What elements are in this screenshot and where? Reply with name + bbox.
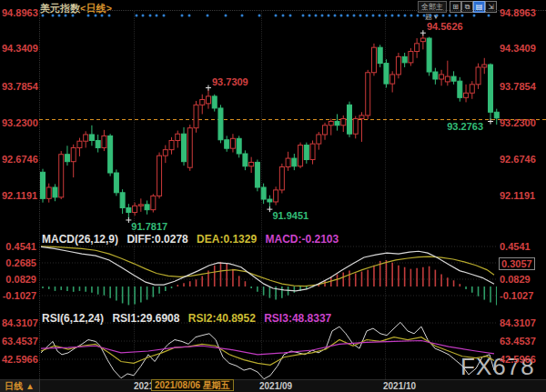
candle-body [212, 96, 217, 108]
candle-body [384, 64, 389, 84]
candle-body [194, 105, 198, 127]
axis-tick-label: 92.6746 [2, 155, 36, 165]
event-dot [353, 15, 356, 17]
price-annotation: 93.7309 [212, 76, 248, 87]
macd-chart[interactable] [39, 241, 497, 309]
axis-tick-label: 63.4537 [500, 337, 536, 347]
candle-body [243, 154, 248, 166]
axis-tick-label: 93.2300 [500, 118, 536, 128]
event-dot [289, 15, 292, 17]
candle-body [145, 205, 149, 210]
candle-body [163, 150, 167, 156]
axis-tick-label: 94.3409 [2, 44, 36, 54]
event-dot [328, 15, 330, 17]
axis-tick-label: 94.3409 [500, 44, 536, 54]
candle-body [206, 96, 210, 104]
event-dot [473, 15, 476, 17]
event-dot [449, 15, 451, 17]
event-dot [163, 15, 166, 17]
candle-body [298, 146, 303, 166]
price-annotation: 91.7817 [131, 221, 167, 232]
axis-tick-label: -0.1027 [2, 291, 36, 301]
chart-application: 美元指数<日线> 全部主题▼ ⊞ ⧉ ▤ ⇲ 91.781793.730991.… [0, 0, 546, 392]
event-dot [398, 15, 400, 17]
event-dot [488, 15, 490, 17]
axis-tick-label: 0.4541 [2, 242, 36, 252]
candle-body [114, 173, 118, 193]
event-dot [379, 15, 381, 17]
event-dot [423, 15, 426, 17]
axis-tick-label: 84.3107 [2, 318, 36, 328]
axis-tick-label: 93.2300 [2, 118, 36, 128]
candle-body [323, 126, 328, 135]
event-dot [181, 15, 184, 17]
period-tab-daily[interactable]: 日线 ▲ [0, 380, 40, 392]
rsi-chart[interactable] [39, 318, 497, 380]
candle-body [286, 158, 290, 166]
candle-body [225, 140, 229, 148]
price-annotation: 93.2763 [447, 121, 483, 132]
candle-body [102, 136, 106, 147]
event-dot [136, 15, 138, 17]
event-dot [385, 15, 388, 17]
event-dot [275, 15, 278, 17]
candle-body [237, 138, 241, 154]
time-tick-oct: 2021/10 [383, 381, 416, 391]
candle-body [310, 144, 315, 159]
time-tick-sep: 2021/09 [259, 381, 292, 391]
event-dot [372, 15, 375, 17]
axis-tick-label: 63.4537 [2, 337, 36, 347]
candle-body [317, 135, 321, 144]
event-dot [52, 15, 55, 17]
candle-body [470, 85, 474, 93]
event-dot [461, 15, 464, 17]
event-dot [321, 15, 324, 17]
event-dot [334, 15, 337, 17]
event-dot [315, 15, 318, 17]
axis-tick-label: 0.4541 [500, 242, 531, 252]
candle-body [464, 93, 469, 97]
event-dot [207, 15, 209, 17]
candle-body [433, 72, 438, 79]
candle-body [138, 205, 143, 206]
event-dot [430, 15, 432, 17]
event-dot [347, 15, 349, 17]
candle-body [96, 140, 100, 147]
crosshair-date-label: 2021/08/06 星期五 [151, 379, 234, 391]
candle-body [84, 135, 88, 141]
candle-body [77, 141, 82, 147]
candle-body [390, 75, 395, 84]
candle-body [341, 119, 346, 126]
candle-body [268, 199, 272, 202]
candle-body [489, 65, 493, 112]
event-dot [156, 15, 158, 17]
candle-body [396, 56, 400, 75]
event-dot [366, 15, 369, 17]
event-dot [359, 15, 362, 17]
event-dot [42, 15, 45, 17]
candle-body [59, 155, 64, 197]
candle-body [230, 138, 235, 148]
axis-tick-label: -0.1027 [500, 291, 533, 301]
candle-body [274, 190, 278, 202]
candle-body [415, 44, 420, 52]
candlestick-chart[interactable]: 91.781793.730991.945194.562693.2763 [39, 8, 546, 232]
candle-body [348, 105, 352, 134]
candle-body [402, 56, 407, 63]
axis-tick-label: 0.2685 [2, 258, 36, 268]
event-dot [188, 15, 191, 17]
event-dot [417, 15, 420, 17]
candle-body [71, 147, 76, 161]
candle-body [53, 187, 57, 197]
candle-body [249, 162, 254, 166]
candle-body [46, 187, 51, 198]
candle-body [420, 38, 425, 42]
event-dot [391, 15, 394, 17]
macd-crosshair-value: 0.3057 [499, 257, 535, 270]
event-dot [101, 15, 104, 17]
axis-tick-label: 0.0829 [500, 275, 531, 285]
candle-body [108, 136, 113, 173]
axis-tick-label: 42.5966 [500, 355, 536, 365]
axis-tick-label: 92.6746 [500, 155, 536, 165]
event-dot [404, 15, 407, 17]
